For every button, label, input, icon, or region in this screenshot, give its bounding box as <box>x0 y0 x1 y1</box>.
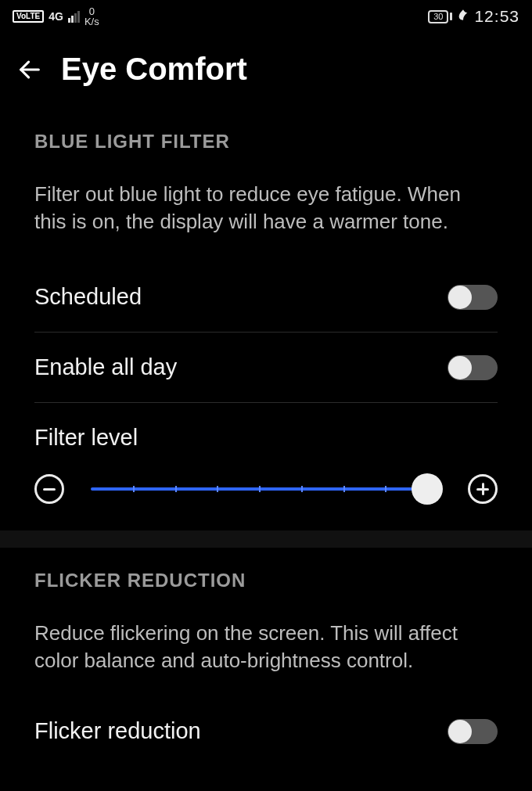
scheduled-toggle[interactable] <box>448 285 498 310</box>
page-title: Eye Comfort <box>61 52 247 87</box>
back-button[interactable] <box>13 56 47 83</box>
scheduled-row[interactable]: Scheduled <box>34 262 498 333</box>
increase-button[interactable] <box>468 474 498 504</box>
enable-all-day-toggle[interactable] <box>448 355 498 380</box>
app-header: Eye Comfort <box>0 30 532 110</box>
enable-all-day-label: Enable all day <box>34 354 177 380</box>
enable-all-day-row[interactable]: Enable all day <box>34 333 498 403</box>
flicker-reduction-toggle[interactable] <box>448 719 498 744</box>
speed-unit: K/s <box>84 16 99 27</box>
network-type: 4G <box>49 11 63 22</box>
blue-light-section-title: BLUE LIGHT FILTER <box>34 131 498 153</box>
slider-track[interactable] <box>91 487 441 491</box>
decrease-button[interactable] <box>34 474 64 504</box>
filter-level-label: Filter level <box>34 425 138 451</box>
battery-icon: 30 <box>428 10 452 23</box>
slider-thumb[interactable] <box>412 473 443 505</box>
scheduled-label: Scheduled <box>34 284 142 310</box>
filter-level-row: Filter level <box>34 403 498 454</box>
volte-badge: VoLTE <box>13 10 44 23</box>
status-left: VoLTE 4G 0 K/s <box>13 6 99 27</box>
clock: 12:53 <box>474 7 519 26</box>
flicker-reduction-row[interactable]: Flicker reduction <box>34 696 498 766</box>
flicker-section-title: FLICKER REDUCTION <box>34 570 498 591</box>
status-bar: VoLTE 4G 0 K/s 30 12:53 <box>0 0 532 30</box>
signal-icon <box>68 11 80 23</box>
leaf-icon <box>457 9 469 24</box>
section-divider <box>0 530 532 548</box>
battery-percent: 30 <box>428 10 448 23</box>
flicker-section-desc: Reduce flickering on the screen. This wi… <box>34 620 498 674</box>
filter-level-slider <box>34 454 498 530</box>
data-speed: 0 K/s <box>84 6 99 27</box>
blue-light-section-desc: Filter out blue light to reduce eye fati… <box>34 181 498 236</box>
status-right: 30 12:53 <box>428 7 519 26</box>
arrow-left-icon <box>16 56 43 83</box>
content: BLUE LIGHT FILTER Filter out blue light … <box>0 131 532 766</box>
flicker-reduction-label: Flicker reduction <box>34 718 201 744</box>
